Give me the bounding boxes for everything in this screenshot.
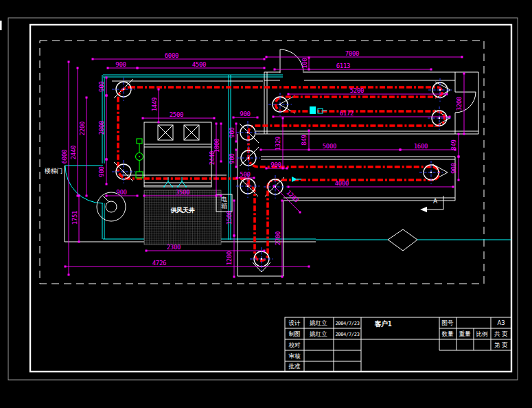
dim-label: 849 [301, 135, 308, 145]
tb-scale-label: 比例 [476, 330, 488, 337]
pump-body [310, 106, 316, 114]
tb-designer-name: 姚红立 [309, 319, 327, 326]
dim-label: 4000 [335, 180, 349, 187]
dim-label: 6000 [61, 150, 68, 163]
dim-label: 500 [240, 171, 250, 178]
dim-label: 1500 [226, 211, 233, 225]
dim-label: 900 [98, 166, 105, 177]
dim-label: 6172 [340, 110, 354, 117]
tb-weight-label: 重量 [459, 330, 472, 337]
tb-drawing-no-label: 图号 [442, 319, 454, 326]
valve-center-dot [139, 156, 140, 157]
dim-label: 900 [229, 127, 235, 137]
stair-door-label: 楼梯门 [44, 168, 62, 174]
tb-total-pages-label: 共 页 [494, 330, 508, 337]
tb-row-label: 制图 [289, 330, 301, 337]
dim-label: 2440 [70, 146, 77, 159]
dim-label: 6113 [336, 63, 350, 69]
electric-box-label: 电箱 [221, 196, 227, 209]
dim-label: 3200 [456, 97, 463, 111]
dim-label: 849 [450, 139, 457, 150]
dim-label: 5200 [350, 87, 364, 94]
dim-label: 4726 [152, 260, 166, 267]
dim-label: 1800 [213, 139, 220, 152]
dim-label: 1751 [71, 211, 78, 225]
tb-draft-date: 2004/7/23 [335, 332, 359, 337]
tb-paper-size: A3 [497, 319, 505, 326]
dim-label: 1600 [414, 143, 428, 150]
dim-label: 2500 [170, 111, 183, 118]
tb-design-date: 2004/7/23 [335, 321, 359, 326]
cad-drawing-canvas[interactable]: A [0, 0, 532, 408]
dim-label: 6000 [165, 52, 178, 59]
dim-label: 100 [301, 58, 308, 68]
tb-drafter-name: 姚红立 [309, 330, 327, 337]
tb-row-label: 批准 [288, 363, 301, 370]
tb-quantity-label: 数量 [442, 330, 454, 337]
dim-label: 2200 [79, 122, 86, 135]
dim-label: 2700 [275, 231, 281, 245]
tb-row-label: 审核 [289, 352, 301, 359]
air-shaft [144, 190, 221, 245]
tb-row-label: 校对 [289, 341, 301, 348]
tb-page-label: 第 页 [494, 341, 508, 348]
dim-label: 5000 [323, 143, 336, 150]
dim-label: 1200 [226, 251, 233, 265]
dim-label: 900 [116, 189, 126, 196]
canvas-background [0, 0, 532, 408]
cad-viewport[interactable]: A [0, 0, 532, 408]
tb-row-label: 设计 [289, 319, 301, 326]
dim-label: 4500 [192, 61, 206, 68]
tb-client: 客户1 [373, 320, 391, 328]
dim-label: 2000 [98, 121, 105, 135]
dim-label: 900 [450, 163, 457, 173]
left-edge-tick [0, 21, 2, 30]
air-shaft-label: 供风天井 [170, 207, 195, 214]
dim-label: 3500 [176, 189, 189, 196]
dim-label: 900 [229, 153, 235, 163]
dim-label: 900 [98, 81, 105, 91]
dim-label: 900 [240, 111, 250, 117]
dim-label: 2300 [167, 244, 181, 251]
dim-label: 900 [115, 61, 126, 68]
dim-label: 900 [270, 161, 281, 168]
dim-label: 7000 [345, 50, 359, 57]
dim-label: 2440 [209, 151, 216, 165]
dim-label: 1329 [275, 137, 281, 150]
dim-label: 1449 [151, 98, 158, 111]
air-shaft-hatch [144, 190, 221, 245]
